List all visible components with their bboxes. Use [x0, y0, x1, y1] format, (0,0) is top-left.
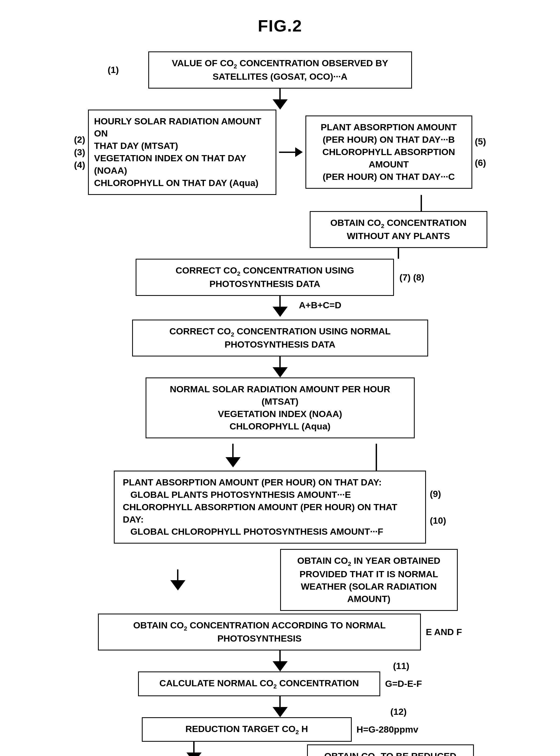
flowchart: (1) VALUE OF CO2 CONCENTRATION OBSERVED … [22, 52, 538, 756]
label-7-8: (7) (8) [399, 272, 424, 283]
box-correct-photosynthesis: CORRECT CO2 CONCENTRATION USINGPHOTOSYNT… [136, 259, 394, 296]
label-11: (11) [393, 661, 409, 671]
box-correct-normal: CORRECT CO2 CONCENTRATION USING NORMALPH… [132, 319, 428, 357]
label-3: (3) [74, 147, 85, 157]
label-abc: A+B+C=D [299, 300, 341, 310]
label-5: (5) [475, 136, 486, 147]
box-obtain-no-plants: OBTAIN CO2 CONCENTRATIONWITHOUT ANY PLAN… [310, 211, 487, 248]
box-plant-absorption: PLANT ABSORPTION AMOUNT (PER HOUR) ON TH… [114, 471, 426, 544]
label-g-formula: G=D-E-F [385, 678, 422, 689]
fig-title: FIG.2 [22, 16, 538, 35]
arrow-4 [273, 696, 288, 717]
box-obtain-reduced: OBTAIN CO2 TO BE REDUCED ANDDETERMINE ID… [307, 744, 474, 756]
label-1: (1) [108, 65, 119, 75]
label-12: (12) [391, 706, 407, 717]
box-2-left: HOURLY SOLAR RADIATION AMOUNT ONTHAT DAY… [88, 110, 276, 195]
label-6: (6) [475, 157, 486, 168]
box-reduction-target: REDUCTION TARGET CO2 H [142, 717, 352, 742]
arrow-1 [273, 89, 288, 110]
label-10: (10) [430, 515, 446, 526]
box-obtain-normal-photo: OBTAIN CO2 CONCENTRATION ACCORDING TO NO… [98, 614, 421, 651]
arrow-right-1 [279, 147, 303, 157]
label-9: (9) [430, 489, 446, 499]
box-1: VALUE OF CO2 CONCENTRATION OBSERVED BYSA… [148, 52, 412, 89]
arrow-2 [273, 356, 288, 377]
label-eandf: E AND F [426, 627, 462, 637]
arrow-3 [273, 651, 288, 672]
box-2-right: PLANT ABSORPTION AMOUNT(PER HOUR) ON THA… [305, 116, 472, 189]
box-obtain-year: OBTAIN CO2 IN YEAR OBTAINEDPROVIDED THAT… [280, 549, 458, 610]
label-4: (4) [74, 160, 85, 170]
page: FIG.2 (1) VALUE OF CO2 CONCENTRATION OBS… [0, 0, 560, 756]
box-normal-solar: NORMAL SOLAR RADIATION AMOUNT PER HOUR (… [145, 377, 415, 438]
label-h-formula: H=G-280ppmv [357, 724, 418, 735]
label-2: (2) [74, 134, 85, 145]
box-calc-normal: CALCULATE NORMAL CO2 CONCENTRATION [138, 672, 380, 696]
